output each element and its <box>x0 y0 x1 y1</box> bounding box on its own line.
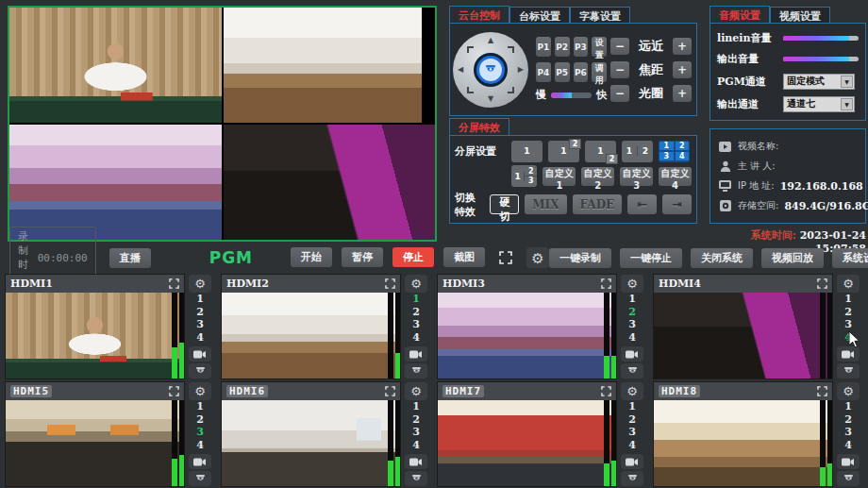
expand-icon[interactable] <box>817 278 827 289</box>
quadrant-number-2[interactable]: 2 <box>628 307 636 318</box>
output-volume-slider[interactable] <box>783 57 859 61</box>
quadrant-number-1[interactable]: 1 <box>412 294 420 305</box>
quadrant-number-3[interactable]: 3 <box>196 319 204 330</box>
channel-settings-button[interactable]: ⚙ <box>189 275 211 293</box>
system-settings-button[interactable]: 系统设置 <box>832 248 868 268</box>
joystick-down-right-arrow[interactable] <box>508 87 514 93</box>
iris-minus-button[interactable]: − <box>610 85 629 102</box>
custom-layout-1-button[interactable]: 自定义1 <box>542 167 576 186</box>
expand-icon[interactable] <box>601 278 611 289</box>
focus-plus-button[interactable]: + <box>673 61 692 78</box>
channel-settings-button[interactable]: ⚙ <box>405 382 427 400</box>
video-thumbnail[interactable] <box>222 400 400 486</box>
layout-single-button[interactable]: 1 <box>511 141 542 162</box>
ptz-speed-slider[interactable] <box>551 93 592 98</box>
joystick-up-right-arrow[interactable] <box>508 46 514 53</box>
preset-p3-button[interactable]: P3 <box>574 37 589 57</box>
stop-button[interactable]: 停止 <box>392 247 434 267</box>
quadrant-number-4[interactable]: 4 <box>196 440 204 451</box>
expand-icon[interactable] <box>817 386 827 396</box>
zoom-minus-button[interactable]: − <box>610 38 629 55</box>
quadrant-number-1[interactable]: 1 <box>196 401 204 412</box>
quadrant-number-1[interactable]: 1 <box>196 294 204 305</box>
preset-p6-button[interactable]: P6 <box>574 62 589 82</box>
camera-button[interactable] <box>189 454 211 469</box>
pgm-settings-button[interactable]: ⚙ <box>526 247 549 268</box>
pgm-quad-4[interactable] <box>224 125 436 240</box>
quadrant-number-3[interactable]: 3 <box>844 427 852 438</box>
transition-mix-button[interactable]: MIX <box>525 194 566 214</box>
video-playback-button[interactable]: 视频回放 <box>761 248 824 268</box>
pause-button[interactable]: 暂停 <box>342 247 383 267</box>
quadrant-number-2[interactable]: 2 <box>196 307 204 318</box>
quadrant-number-4[interactable]: 4 <box>628 332 636 344</box>
ptz-camera-button[interactable] <box>405 363 427 379</box>
layout-two-split-button[interactable]: 12 <box>622 141 653 162</box>
ptz-camera-button[interactable] <box>189 471 211 486</box>
quadrant-number-2[interactable]: 2 <box>844 414 852 426</box>
layout-one-left-two-right-button[interactable]: 123 <box>511 165 537 187</box>
camera-button[interactable] <box>837 454 860 469</box>
one-key-stop-button[interactable]: 一键停止 <box>620 248 682 268</box>
quadrant-number-4[interactable]: 4 <box>196 332 204 344</box>
zoom-plus-button[interactable]: + <box>673 38 692 55</box>
camera-button[interactable] <box>189 346 211 362</box>
quadrant-number-1[interactable]: 1 <box>844 294 852 305</box>
quadrant-number-3[interactable]: 3 <box>628 319 636 330</box>
channel-settings-button[interactable]: ⚙ <box>189 382 211 400</box>
video-thumbnail[interactable] <box>6 400 184 486</box>
custom-layout-4-button[interactable]: 自定义4 <box>659 167 692 186</box>
joystick-up-left-arrow[interactable] <box>467 46 474 53</box>
quadrant-number-1[interactable]: 1 <box>628 294 636 305</box>
quadrant-number-3[interactable]: 3 <box>844 319 852 330</box>
layout-pip-bottom-right-button[interactable]: 12 <box>585 141 616 162</box>
live-button[interactable]: 直播 <box>109 248 151 268</box>
expand-icon[interactable] <box>385 278 395 289</box>
quadrant-number-3[interactable]: 3 <box>628 427 636 438</box>
camera-button[interactable] <box>621 346 643 362</box>
quadrant-number-2[interactable]: 2 <box>412 414 420 426</box>
quadrant-number-4[interactable]: 4 <box>412 332 420 344</box>
pgm-quad-3[interactable] <box>9 125 222 240</box>
camera-button[interactable] <box>837 346 860 362</box>
preset-recall-button[interactable]: 调用 <box>592 62 607 82</box>
ptz-camera-button[interactable] <box>405 471 427 486</box>
quadrant-number-2[interactable]: 2 <box>196 414 204 426</box>
ptz-camera-button[interactable] <box>189 363 211 379</box>
quadrant-number-2[interactable]: 2 <box>628 414 636 426</box>
video-thumbnail[interactable] <box>654 293 832 379</box>
expand-icon[interactable] <box>601 386 611 396</box>
video-thumbnail[interactable] <box>438 400 616 486</box>
custom-layout-2-button[interactable]: 自定义2 <box>581 167 614 186</box>
expand-icon[interactable] <box>385 386 395 396</box>
layout-quad-button-active[interactable]: 1234 <box>659 141 690 162</box>
start-button[interactable]: 开始 <box>291 247 332 267</box>
preset-p1-button[interactable]: P1 <box>536 37 551 57</box>
ptz-camera-button[interactable] <box>837 471 860 486</box>
joystick-down-left-arrow[interactable] <box>467 87 474 93</box>
preset-p5-button[interactable]: P5 <box>555 62 570 82</box>
preset-set-button[interactable]: 设置 <box>592 37 607 57</box>
focus-minus-button[interactable]: − <box>610 61 629 78</box>
custom-layout-3-button[interactable]: 自定义3 <box>620 167 653 186</box>
video-thumbnail[interactable] <box>222 293 400 379</box>
channel-settings-button[interactable]: ⚙ <box>405 275 427 293</box>
quadrant-number-4[interactable]: 4 <box>844 440 852 451</box>
video-thumbnail[interactable] <box>6 293 184 379</box>
joystick-up-arrow[interactable]: ▲ <box>488 37 493 44</box>
video-thumbnail[interactable] <box>654 400 832 486</box>
video-thumbnail[interactable] <box>438 293 616 379</box>
preset-p4-button[interactable]: P4 <box>536 62 551 82</box>
ptz-camera-button[interactable] <box>621 471 643 486</box>
channel-settings-button[interactable]: ⚙ <box>621 382 643 400</box>
quadrant-number-3[interactable]: 3 <box>196 427 204 438</box>
ptz-camera-button[interactable] <box>837 363 860 379</box>
quadrant-number-3[interactable]: 3 <box>412 319 420 330</box>
quadrant-number-1[interactable]: 1 <box>844 401 852 412</box>
transition-fade-button[interactable]: FADE <box>573 194 623 214</box>
pgm-quad-2[interactable] <box>224 8 436 123</box>
pgm-quad-1[interactable] <box>9 8 222 123</box>
joystick-right-arrow[interactable]: ▶ <box>518 66 524 74</box>
linein-volume-slider[interactable] <box>783 36 859 41</box>
camera-button[interactable] <box>405 454 427 469</box>
